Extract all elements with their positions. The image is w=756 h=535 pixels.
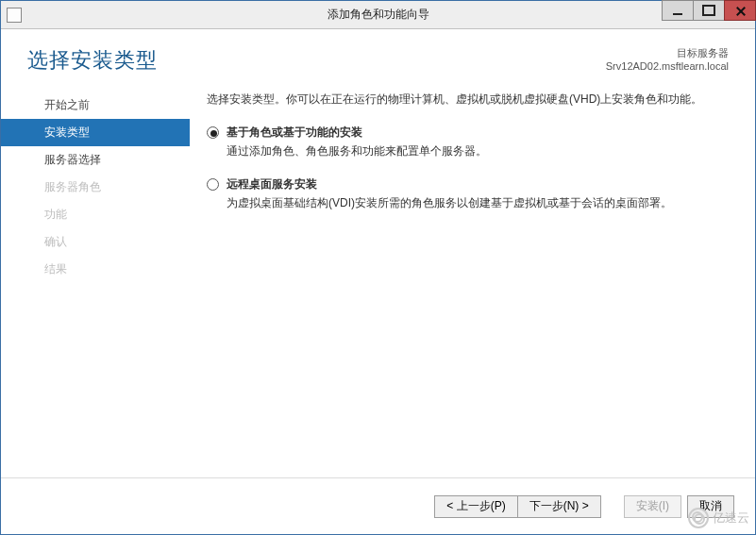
- titlebar: 添加角色和功能向导: [1, 1, 755, 29]
- option-role-based-label: 基于角色或基于功能的安装: [227, 125, 487, 141]
- option-role-based[interactable]: 基于角色或基于功能的安装 通过添加角色、角色服务和功能来配置单个服务器。: [207, 125, 723, 159]
- footer: < 上一步(P) 下一步(N) > 安装(I) 取消: [1, 477, 755, 534]
- maximize-button[interactable]: [693, 0, 725, 21]
- radio-role-based[interactable]: [207, 126, 219, 142]
- option-remote-desktop[interactable]: 远程桌面服务安装 为虚拟桌面基础结构(VDI)安装所需的角色服务以创建基于虚拟机…: [207, 176, 723, 211]
- step-server-roles: 服务器角色: [1, 174, 190, 201]
- option-role-based-desc: 通过添加角色、角色服务和功能来配置单个服务器。: [227, 143, 487, 159]
- watermark-text: 亿速云: [713, 510, 749, 527]
- close-button[interactable]: [724, 0, 756, 21]
- target-server-label: 目标服务器: [606, 46, 729, 60]
- body: 开始之前 安装类型 服务器选择 服务器角色 功能 确认 结果 选择安装类型。你可…: [1, 75, 755, 477]
- radio-remote-desktop[interactable]: [207, 178, 219, 193]
- step-before-you-begin[interactable]: 开始之前: [1, 92, 190, 119]
- watermark-logo-icon: [688, 508, 709, 528]
- previous-button[interactable]: < 上一步(P): [434, 495, 516, 518]
- install-button: 安装(I): [624, 495, 681, 518]
- sidebar: 开始之前 安装类型 服务器选择 服务器角色 功能 确认 结果: [1, 92, 190, 477]
- window-controls: [662, 1, 755, 21]
- target-server-meta: 目标服务器 Srv12AD02.msftlearn.local: [606, 46, 729, 72]
- step-results: 结果: [1, 256, 190, 283]
- watermark: 亿速云: [688, 508, 749, 528]
- step-installation-type[interactable]: 安装类型: [1, 119, 190, 146]
- option-remote-desktop-desc: 为虚拟桌面基础结构(VDI)安装所需的角色服务以创建基于虚拟机或基于会话的桌面部…: [227, 195, 672, 211]
- step-server-selection[interactable]: 服务器选择: [1, 146, 190, 174]
- minimize-button[interactable]: [662, 0, 694, 21]
- content: 选择安装类型。你可以在正在运行的物理计算机、虚拟机或脱机虚拟硬盘(VHD)上安装…: [190, 92, 755, 477]
- nav-button-pair: < 上一步(P) 下一步(N) >: [434, 495, 600, 518]
- intro-text: 选择安装类型。你可以在正在运行的物理计算机、虚拟机或脱机虚拟硬盘(VHD)上安装…: [207, 92, 723, 108]
- step-confirmation: 确认: [1, 228, 190, 256]
- target-server-value: Srv12AD02.msftlearn.local: [606, 60, 729, 72]
- page-title: 选择安装类型: [27, 46, 158, 75]
- window-title: 添加角色和功能向导: [1, 7, 755, 23]
- header: 选择安装类型 目标服务器 Srv12AD02.msftlearn.local: [1, 29, 755, 75]
- app-icon: [7, 8, 22, 23]
- wizard-window: 添加角色和功能向导 选择安装类型 目标服务器 Srv12AD02.msftlea…: [0, 0, 756, 535]
- next-button[interactable]: 下一步(N) >: [517, 495, 601, 518]
- option-remote-desktop-label: 远程桌面服务安装: [227, 176, 672, 192]
- step-features: 功能: [1, 201, 190, 228]
